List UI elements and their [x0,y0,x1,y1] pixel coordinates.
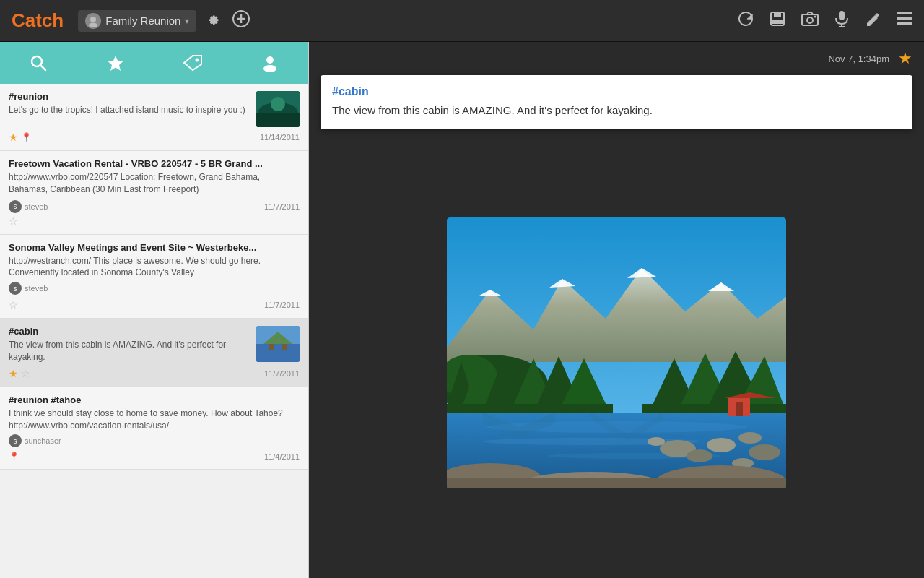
avatar-icon: s [9,434,22,447]
svg-rect-11 [839,11,845,20]
save-button[interactable] [764,7,791,35]
svg-line-18 [41,66,46,71]
list-container: #reunion Let's go to the tropics! I atta… [0,84,308,578]
svg-point-10 [814,16,816,18]
empty-star-icon: ☆ [9,215,18,227]
item-thumbnail [256,326,300,362]
svg-point-21 [266,56,274,64]
camera-button[interactable] [796,7,824,35]
svg-rect-7 [772,20,783,24]
left-panel: #reunion Let's go to the tropics! I atta… [0,42,309,578]
svg-rect-66 [447,478,786,488]
svg-point-25 [271,97,285,111]
svg-rect-6 [774,12,781,17]
group-button[interactable]: Family Reunion ▾ [78,10,196,32]
svg-marker-19 [108,56,123,71]
svg-rect-69 [736,402,743,416]
tab-people[interactable] [231,42,308,84]
item-title: Freetown Vacation Rental - VRBO 220547 -… [9,158,300,169]
list-item[interactable]: #reunion #tahoe I think we should stay c… [0,387,308,470]
pin-icon: 📍 [21,132,32,142]
star-icon: ★ [9,131,18,143]
item-title: #cabin [9,326,250,337]
note-card: #cabin The view from this cabin is AMAZI… [321,75,912,129]
star-icon: ★ [9,368,18,379]
item-footer: ☆ 11/7/2011 [9,299,300,311]
note-image-container [309,138,924,579]
list-item[interactable]: Freetown Vacation Rental - VRBO 220547 -… [0,151,308,235]
refresh-button[interactable] [732,7,759,35]
empty-star-icon: ☆ [9,299,18,311]
svg-rect-15 [897,17,912,20]
item-body: http://www.vrbo.com/220547 Location: Fre… [9,171,300,196]
item-date: 11/7/2011 [264,202,300,211]
svg-point-62 [738,432,762,444]
list-item[interactable]: Sonoma Valley Meetings and Event Site ~ … [0,235,308,319]
chevron-down-icon: ▾ [185,16,189,26]
author-label: steveb [25,284,48,293]
empty-star-icon: ☆ [21,368,30,379]
svg-point-0 [90,17,96,22]
tab-favorites[interactable] [77,42,154,84]
item-footer: ★ ☆ 11/7/2011 [9,368,300,379]
note-datetime: Nov 7, 1:34pm [828,53,889,64]
svg-rect-16 [897,22,912,25]
author-label: steveb [25,202,48,211]
item-body: Let's go to the tropics! I attached isla… [9,104,250,116]
add-button[interactable] [227,6,256,36]
item-title: #reunion [9,91,250,102]
author-row: s steveb [9,282,300,295]
settings-button[interactable] [199,7,227,35]
note-image [447,217,786,491]
item-body: I think we should stay close to home to … [9,407,300,432]
app-title: Catch [6,9,69,32]
tab-tags[interactable] [154,42,232,84]
top-bar: Catch Family Reunion ▾ [0,0,924,42]
item-date: 11/14/2011 [260,133,300,142]
item-date: 11/4/2011 [264,452,300,461]
edit-button[interactable] [859,7,886,35]
svg-point-22 [263,65,276,72]
mic-button[interactable] [829,6,855,35]
right-panel: Nov 7, 1:34pm ★ #cabin The view from thi… [309,42,924,578]
favorite-star-button[interactable]: ★ [898,49,912,68]
item-title: Sonoma Valley Meetings and Event Site ~ … [9,242,300,253]
tab-search[interactable] [0,42,77,84]
list-item[interactable]: #reunion Let's go to the tropics! I atta… [0,84,308,151]
list-item[interactable]: #cabin The view from this cabin is AMAZI… [0,319,308,387]
svg-rect-31 [282,344,287,350]
item-body: The view from this cabin is AMAZING. And… [9,339,250,363]
group-name: Family Reunion [105,14,180,27]
svg-point-61 [648,437,665,446]
top-right-icons [732,6,918,35]
note-text: The view from this cabin is AMAZING. And… [332,103,901,119]
svg-rect-30 [269,344,274,350]
main-layout: #reunion Let's go to the tropics! I atta… [0,42,924,578]
item-title: #reunion #tahoe [9,394,300,405]
item-body: http://westranch.com/ This place is awes… [9,255,300,280]
svg-point-57 [687,449,712,462]
tabs [0,42,308,84]
item-thumbnail [256,91,300,127]
group-icon [85,13,101,29]
item-date: 11/7/2011 [264,369,300,378]
item-footer: ★ 📍 11/14/2011 [9,131,300,143]
pin-icon: 📍 [9,452,19,462]
author-row: s sunchaser [9,434,300,447]
note-hashtag[interactable]: #cabin [332,85,901,98]
avatar-icon: s [9,200,22,213]
rating-row: ☆ [9,215,300,227]
item-footer: 📍 11/4/2011 [9,452,300,462]
svg-point-58 [707,438,736,452]
author-label: sunchaser [25,436,61,445]
item-footer: s steveb 11/7/2011 [9,200,300,213]
item-date: 11/7/2011 [264,301,300,309]
avatar-icon: s [9,282,22,295]
svg-rect-28 [256,344,300,362]
svg-point-9 [807,17,813,23]
svg-point-60 [749,444,780,460]
svg-point-1 [89,22,97,27]
svg-rect-14 [897,12,912,14]
menu-button[interactable] [891,8,918,33]
svg-rect-26 [256,113,300,127]
